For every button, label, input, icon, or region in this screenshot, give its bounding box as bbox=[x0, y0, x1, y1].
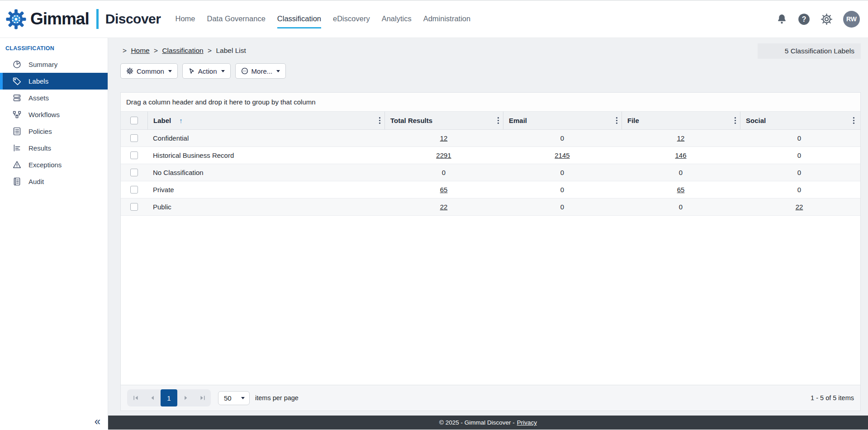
more-button[interactable]: More... bbox=[235, 63, 286, 79]
gear-icon bbox=[126, 67, 133, 75]
nav-analytics[interactable]: Analytics bbox=[382, 10, 412, 28]
file-cell: 0 bbox=[621, 198, 740, 215]
column-header-file[interactable]: File bbox=[621, 112, 740, 129]
sidebar-collapse-chevron[interactable]: « bbox=[95, 416, 100, 427]
privacy-link[interactable]: Privacy bbox=[517, 419, 537, 426]
breadcrumb-separator: > bbox=[154, 47, 158, 54]
total-results-cell: 22 bbox=[384, 198, 503, 215]
gear-logo-icon bbox=[5, 9, 27, 30]
file-link[interactable]: 65 bbox=[677, 186, 685, 194]
classification-labels-count: 5 Classification Labels bbox=[758, 43, 861, 59]
row-checkbox[interactable] bbox=[130, 203, 138, 211]
page-size-value: 50 bbox=[224, 394, 232, 402]
file-cell: 146 bbox=[621, 147, 740, 164]
column-menu-icon[interactable] bbox=[853, 117, 855, 124]
page-size-select[interactable]: 50 bbox=[218, 391, 250, 405]
total-results-link[interactable]: 22 bbox=[440, 203, 448, 211]
nav-home[interactable]: Home bbox=[175, 10, 195, 28]
row-checkbox[interactable] bbox=[130, 134, 138, 142]
page-footer: © 2025 - Gimmal Discover - Privacy bbox=[108, 416, 868, 430]
row-checkbox[interactable] bbox=[130, 151, 138, 159]
total-results-link[interactable]: 2291 bbox=[436, 151, 451, 159]
column-menu-icon[interactable] bbox=[379, 117, 381, 124]
email-cell: 0 bbox=[503, 198, 621, 215]
sidebar: CLASSIFICATION Summary Labels bbox=[0, 38, 108, 430]
settings-gear-icon[interactable] bbox=[821, 13, 833, 25]
previous-page-button[interactable] bbox=[144, 389, 161, 406]
action-button[interactable]: Action bbox=[182, 63, 231, 79]
column-menu-icon[interactable] bbox=[734, 117, 736, 124]
sidebar-item-audit[interactable]: Audit bbox=[0, 173, 108, 190]
social-link[interactable]: 22 bbox=[796, 203, 803, 211]
column-header-email[interactable]: Email bbox=[503, 112, 621, 129]
row-checkbox[interactable] bbox=[130, 186, 138, 194]
select-all-checkbox[interactable] bbox=[130, 117, 138, 124]
select-all-header-cell bbox=[121, 112, 147, 129]
total-results-link[interactable]: 12 bbox=[440, 134, 448, 142]
last-page-button[interactable] bbox=[194, 389, 211, 406]
column-menu-icon[interactable] bbox=[616, 117, 618, 124]
tag-icon bbox=[12, 76, 22, 86]
total-results-cell: 0 bbox=[384, 164, 503, 181]
column-header-label[interactable]: Label ↑ bbox=[147, 112, 384, 129]
app-header: Gimmal Discover Home Data Governance Cla… bbox=[0, 0, 868, 38]
chevron-down-icon bbox=[221, 70, 225, 72]
notifications-bell-icon[interactable] bbox=[776, 14, 787, 25]
logo-divider bbox=[96, 9, 99, 29]
social-cell: 0 bbox=[740, 164, 859, 181]
column-title: File bbox=[627, 117, 639, 124]
sidebar-item-results[interactable]: Results bbox=[0, 140, 108, 156]
table-row: No Classification 0 0 0 0 bbox=[121, 164, 860, 181]
warning-triangle-icon bbox=[12, 160, 22, 170]
nav-ediscovery[interactable]: eDiscovery bbox=[333, 10, 370, 28]
common-button-label: Common bbox=[137, 67, 164, 75]
email-link[interactable]: 2145 bbox=[555, 151, 569, 159]
nav-data-governance[interactable]: Data Governance bbox=[207, 10, 265, 28]
file-cell: 12 bbox=[621, 130, 740, 146]
app-logo[interactable]: Gimmal Discover bbox=[5, 9, 161, 30]
column-menu-icon[interactable] bbox=[497, 117, 499, 124]
common-button[interactable]: Common bbox=[120, 63, 178, 79]
label-cell: Historical Business Record bbox=[147, 147, 384, 164]
breadcrumb: > Home > Classification > Label List bbox=[120, 43, 246, 55]
sidebar-item-summary[interactable]: Summary bbox=[0, 56, 108, 73]
action-button-label: Action bbox=[198, 67, 217, 75]
first-page-button[interactable] bbox=[127, 389, 144, 406]
sidebar-item-exceptions[interactable]: Exceptions bbox=[0, 156, 108, 173]
column-header-social[interactable]: Social bbox=[740, 112, 859, 129]
sidebar-item-label: Assets bbox=[28, 94, 49, 102]
sidebar-item-label: Summary bbox=[28, 61, 57, 68]
sidebar-item-labels[interactable]: Labels bbox=[0, 73, 108, 90]
sidebar-item-label: Policies bbox=[28, 128, 52, 135]
group-by-drop-zone: Drag a column header and drop it here to… bbox=[121, 93, 860, 112]
total-results-link[interactable]: 65 bbox=[440, 186, 448, 194]
server-stack-icon bbox=[12, 93, 22, 103]
file-cell: 65 bbox=[621, 181, 740, 198]
nav-classification[interactable]: Classification bbox=[277, 10, 321, 28]
email-cell: 0 bbox=[503, 130, 621, 146]
breadcrumb-classification-link[interactable]: Classification bbox=[162, 47, 203, 54]
more-button-label: More... bbox=[251, 67, 273, 75]
column-header-total-results[interactable]: Total Results bbox=[384, 112, 503, 129]
sidebar-item-label: Results bbox=[28, 144, 51, 152]
column-title: Social bbox=[746, 117, 766, 124]
total-results-cell: 65 bbox=[384, 181, 503, 198]
help-icon[interactable]: ? bbox=[798, 13, 810, 25]
email-cell: 0 bbox=[503, 181, 621, 198]
file-link[interactable]: 12 bbox=[677, 134, 685, 142]
pager-range-label: 1 - 5 of 5 items bbox=[811, 394, 854, 402]
user-avatar[interactable]: RW bbox=[843, 11, 860, 28]
list-box-icon bbox=[12, 127, 22, 136]
sidebar-item-workflows[interactable]: Workflows bbox=[0, 106, 108, 123]
next-page-button[interactable] bbox=[177, 389, 194, 406]
table-row: Public 22 0 0 22 bbox=[121, 198, 860, 216]
breadcrumb-home-link[interactable]: Home bbox=[131, 47, 149, 54]
file-link[interactable]: 146 bbox=[675, 151, 686, 159]
social-cell: 0 bbox=[740, 181, 859, 198]
row-checkbox[interactable] bbox=[130, 169, 138, 176]
sidebar-item-policies[interactable]: Policies bbox=[0, 123, 108, 140]
sidebar-item-assets[interactable]: Assets bbox=[0, 90, 108, 106]
email-cell: 2145 bbox=[503, 147, 621, 164]
page-number-button[interactable]: 1 bbox=[161, 389, 177, 406]
nav-administration[interactable]: Administration bbox=[423, 10, 471, 28]
